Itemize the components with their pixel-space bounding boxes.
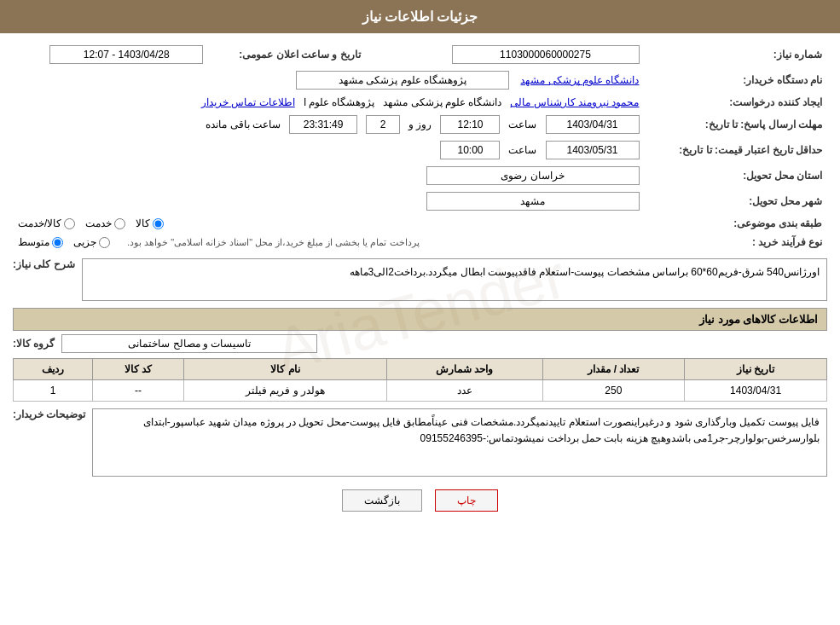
process-jozyi-label: جزیی [73,236,96,248]
cell-unit-number: عدد [386,380,542,402]
response-deadline-time-label: ساعت [508,119,536,130]
province-value: خراسان رضوی [426,166,640,185]
city-label: شهر محل تحویل: [645,188,828,214]
creator-name[interactable]: محمود نیرومند کارشناس مالی [510,96,639,108]
price-validity-date: 1403/05/31 [546,141,640,159]
info-row-buyer: نام دستگاه خریدار: دانشگاه علوم پزشکی مش… [13,67,827,93]
response-deadline-value-cell: 1403/04/31 ساعت 12:10 روز و 2 23:31:49 س… [13,112,645,137]
back-button[interactable]: بازگشت [342,489,422,512]
need-number-label: شماره نیاز: [645,42,828,67]
print-button[interactable]: چاپ [435,489,498,512]
cell-goods-code: -- [93,380,184,402]
buyer-notes-section: توضیحات خریدار: فایل پیوست تکمیل وبارگذا… [13,408,827,477]
info-row-need-number: شماره نیاز: 1103000060000275 تاریخ و ساع… [13,42,827,67]
cell-quantity: 250 [542,380,685,402]
page-wrapper: جزئیات اطلاعات نیاز شماره نیاز: 11030000… [0,0,840,625]
goods-info-header: اطلاعات کالاهای مورد نیاز [13,308,827,331]
table-row: 1403/04/31 250 عدد هولدر و فریم فیلتر --… [14,380,827,402]
category-khadamat-radio[interactable] [114,218,125,229]
creator-org1: دانشگاه علوم پزشکی مشهد [383,96,501,108]
cell-row-num: 1 [14,380,93,402]
buyer-name-part1[interactable]: دانشگاه علوم پزشکی مشهد [520,74,639,86]
process-radio-group: متوسط جزیی [18,236,110,248]
city-value-cell: مشهد [13,188,645,214]
creator-value-cell: محمود نیرومند کارشناس مالی دانشگاه علوم … [13,93,645,112]
cell-goods-name: هولدر و فریم فیلتر [183,380,386,402]
announce-datetime-value-cell: 1403/04/28 - 12:07 [13,42,208,67]
creator-label: ایجاد کننده درخواست: [645,93,828,112]
process-type-value-cell: متوسط جزیی پرداخت تمام یا بخشی از مبلغ خ… [13,233,645,252]
category-kala-radio[interactable] [153,218,164,229]
category-khadamat-label: خدمت [85,217,112,229]
process-motawaset-radio[interactable] [52,237,63,248]
announce-datetime-value: 1403/04/28 - 12:07 [49,45,203,64]
info-row-province: استان محل تحویل: خراسان رضوی [13,163,827,188]
category-label: طبقه بندی موضوعی: [645,214,828,233]
category-kala-khadamat-label: کالا/خدمت [18,217,61,229]
buyer-name-part2: پژوهشگاه علوم پزشکی مشهد [296,71,509,90]
info-row-category: طبقه بندی موضوعی: کالا/خدمت خدمت [13,214,827,233]
need-number-value: 1103000060000275 [452,45,640,64]
category-value-cell: کالا/خدمت خدمت کالا [13,214,645,233]
goods-group-value: تاسیسات و مصالح ساختمانی [61,334,317,353]
goods-group-row: گروه کالا: تاسیسات و مصالح ساختمانی [13,334,827,353]
process-motawaset-option[interactable]: متوسط [18,236,63,248]
goods-group-label: گروه کالا: [13,338,55,350]
goods-table-header-row: تاریخ نیاز تعداد / مقدار واحد شمارش نام … [14,359,827,380]
main-info-table: شماره نیاز: 1103000060000275 تاریخ و ساع… [13,42,827,252]
col-unit-number: واحد شمارش [386,359,542,380]
province-value-cell: خراسان رضوی [13,163,645,188]
col-row-num: ردیف [14,359,93,380]
page-header: جزئیات اطلاعات نیاز [0,0,840,33]
content-area: شماره نیاز: 1103000060000275 تاریخ و ساع… [0,33,840,533]
response-deadline-remaining: 23:31:49 [289,115,357,134]
need-number-value-cell: 1103000060000275 [408,42,645,67]
description-label: شرح کلی نیاز: [13,258,75,270]
process-jozyi-radio[interactable] [99,237,110,248]
cell-need-date: 1403/04/31 [685,380,827,402]
creator-org2: پژوهشگاه علوم ا [304,96,375,108]
process-type-label: نوع فرآیند خرید : [645,233,828,252]
buyer-name-label: نام دستگاه خریدار: [645,67,828,93]
province-label: استان محل تحویل: [645,163,828,188]
price-validity-time: 10:00 [440,141,500,159]
category-kala-option[interactable]: کالا [136,217,164,229]
price-validity-value-cell: 1403/05/31 ساعت 10:00 [13,137,645,163]
price-validity-time-label: ساعت [508,144,536,156]
response-deadline-days: 2 [366,115,400,134]
description-value: اورژانس540 شرق-فریم60*60 براساس مشخصات پ… [82,258,827,301]
goods-table-body: 1403/04/31 250 عدد هولدر و فریم فیلتر --… [14,380,827,402]
response-deadline-remaining-label: ساعت باقی مانده [206,119,281,130]
page-title: جزئیات اطلاعات نیاز [362,9,478,24]
response-deadline-date: 1403/04/31 [546,115,640,134]
info-row-creator: ایجاد کننده درخواست: محمود نیرومند کارشن… [13,93,827,112]
price-validity-label: حداقل تاریخ اعتبار قیمت: تا تاریخ: [645,137,828,163]
category-kala-khadamat-option[interactable]: کالا/خدمت [18,217,75,229]
city-value: مشهد [426,192,640,211]
announce-datetime-label: تاریخ و ساعت اعلان عمومی: [208,42,365,67]
bottom-buttons: چاپ بازگشت [13,477,827,524]
info-row-process-type: نوع فرآیند خرید : متوسط جزیی [13,233,827,252]
category-kala-label: کالا [136,217,150,229]
info-row-response-deadline: مهلت ارسال پاسخ: تا تاریخ: 1403/04/31 سا… [13,112,827,137]
buyer-name-value-cell: دانشگاه علوم پزشکی مشهد پژوهشگاه علوم پز… [13,67,645,93]
buyer-notes-label: توضیحات خریدار: [13,408,85,420]
creator-contact-link[interactable]: اطلاعات تماس خریدار [201,96,295,108]
response-deadline-days-label: روز و [408,119,432,130]
col-goods-code: کد کالا [93,359,184,380]
description-section: شرح کلی نیاز: اورژانس540 شرق-فریم60*60 ب… [13,258,827,301]
col-goods-name: نام کالا [183,359,386,380]
buyer-notes-value: فایل پیوست تکمیل وبارگذاری شود و درغیرای… [92,408,827,477]
category-khadamat-option[interactable]: خدمت [85,217,125,229]
process-motawaset-label: متوسط [18,236,49,248]
col-quantity: تعداد / مقدار [542,359,685,380]
info-row-city: شهر محل تحویل: مشهد [13,188,827,214]
category-kala-khadamat-radio[interactable] [64,218,75,229]
category-radio-group: کالا/خدمت خدمت کالا [18,217,640,229]
process-jozyi-option[interactable]: جزیی [73,236,110,248]
process-note: پرداخت تمام یا بخشی از مبلغ خرید،از محل … [127,237,420,248]
col-need-date: تاریخ نیاز [685,359,827,380]
info-row-price-validity: حداقل تاریخ اعتبار قیمت: تا تاریخ: 1403/… [13,137,827,163]
goods-table: تاریخ نیاز تعداد / مقدار واحد شمارش نام … [13,358,827,402]
response-deadline-time: 12:10 [440,115,500,134]
